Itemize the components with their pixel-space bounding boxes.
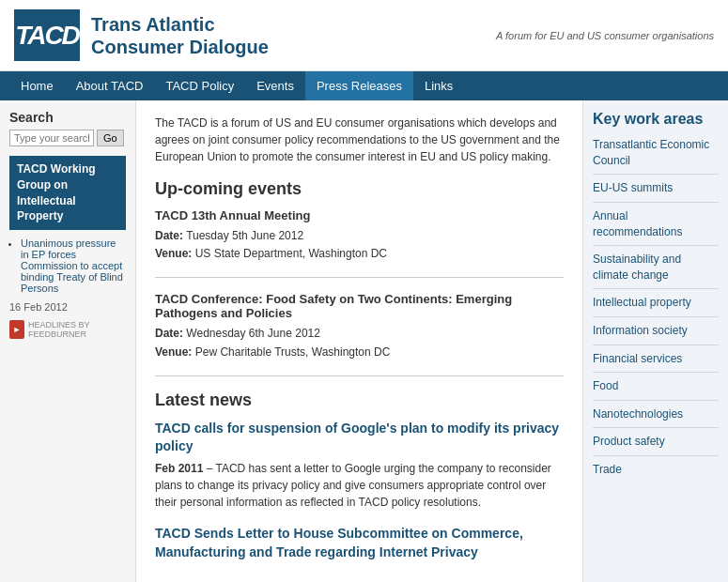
event-1-venue: Venue: US State Department, Washington D… <box>155 245 564 263</box>
logo-area: TACD Trans Atlantic Consumer Dialogue <box>14 9 269 61</box>
news-1-title[interactable]: TACD calls for suspension of Google's pl… <box>155 420 564 456</box>
sidebar-news-content: Unanimous pressure in EP forces Commissi… <box>9 237 126 313</box>
key-work-link-7[interactable]: Food <box>593 379 618 392</box>
nav-link-press-releases[interactable]: Press Releases <box>305 71 413 100</box>
event-2-title: TACD Conference: Food Safety on Two Cont… <box>155 292 564 320</box>
main-nav: Home About TACD TACD Policy Events Press… <box>0 71 728 100</box>
nav-link-home[interactable]: Home <box>9 71 65 100</box>
key-work-item-1[interactable]: EU-US summits <box>593 180 719 203</box>
news-item-1: TACD calls for suspension of Google's pl… <box>155 420 564 511</box>
event-1-date: Date: Tuesday 5th June 2012 <box>155 227 564 245</box>
event-1-title: TACD 13th Annual Meeting <box>155 208 564 222</box>
upcoming-events-section: Up-coming events TACD 13th Annual Meetin… <box>155 179 564 376</box>
right-sidebar: Key work areas Transatlantic Economic Co… <box>582 100 728 582</box>
news-2-link[interactable]: TACD Sends Letter to House Subcommittee … <box>155 526 523 559</box>
key-work-item-2[interactable]: Annual recommendations <box>593 208 719 246</box>
headlines-icon: ► <box>9 320 24 339</box>
key-work-item-4[interactable]: Intellectual property <box>593 295 719 317</box>
search-input[interactable] <box>9 130 94 146</box>
nav-item-events[interactable]: Events <box>245 71 305 100</box>
sidebar-footer: ► HEADLINES BY FEEDBURNER <box>9 320 126 339</box>
latest-news-title: Latest news <box>155 391 564 410</box>
key-work-links: Transatlantic Economic Council EU-US sum… <box>593 137 719 482</box>
page-header: TACD Trans Atlantic Consumer Dialogue A … <box>0 0 728 71</box>
key-work-item-7[interactable]: Food <box>593 378 719 401</box>
key-work-item-8[interactable]: Nanotechnologies <box>593 406 719 429</box>
event-1: TACD 13th Annual Meeting Date: Tuesday 5… <box>155 208 564 278</box>
upcoming-events-title: Up-coming events <box>155 179 564 199</box>
key-work-title: Key work areas <box>593 110 719 128</box>
search-form: Go <box>9 130 126 146</box>
nav-item-policy[interactable]: TACD Policy <box>154 71 245 100</box>
key-work-item-0[interactable]: Transatlantic Economic Council <box>593 137 719 175</box>
tagline: A forum for EU and US consumer organisat… <box>496 30 714 41</box>
logo-icon: TACD <box>14 9 80 61</box>
key-work-link-10[interactable]: Trade <box>593 463 622 476</box>
main-content: The TACD is a forum of US and EU consume… <box>136 100 582 582</box>
news-1-summary: Feb 2011 – TACD has sent a letter to Goo… <box>155 460 564 511</box>
latest-news-section: Latest news TACD calls for suspension of… <box>155 391 564 561</box>
sidebar-news-link[interactable]: Unanimous pressure in EP forces Commissi… <box>21 237 123 294</box>
nav-link-events[interactable]: Events <box>245 71 305 100</box>
left-sidebar: Search Go TACD Working Group on Intellec… <box>0 100 136 582</box>
key-work-item-6[interactable]: Financial services <box>593 351 719 374</box>
org-name-text: Trans Atlantic Consumer Dialogue <box>91 13 269 58</box>
sidebar-news-item[interactable]: Unanimous pressure in EP forces Commissi… <box>21 237 126 294</box>
nav-link-about[interactable]: About TACD <box>65 71 155 100</box>
key-work-item-3[interactable]: Sustainability and climate change <box>593 252 719 289</box>
key-work-item-9[interactable]: Product safety <box>593 434 719 456</box>
event-2-venue: Venue: Pew Charitable Trusts, Washington… <box>155 344 564 361</box>
event-2: TACD Conference: Food Safety on Two Cont… <box>155 292 564 375</box>
working-group-title: TACD Working Group on Intellectual Prope… <box>9 156 126 230</box>
key-work-item-10[interactable]: Trade <box>593 462 719 483</box>
nav-item-about[interactable]: About TACD <box>65 71 155 100</box>
news-1-summary-text: – TACD has sent a letter to Google urgin… <box>155 462 551 509</box>
key-work-link-9[interactable]: Product safety <box>593 435 665 448</box>
key-work-link-1[interactable]: EU-US summits <box>593 181 673 194</box>
key-work-item-5[interactable]: Information society <box>593 323 719 345</box>
key-work-link-2[interactable]: Annual recommendations <box>593 209 682 238</box>
nav-item-press-releases[interactable]: Press Releases <box>305 71 413 100</box>
main-layout: Search Go TACD Working Group on Intellec… <box>0 100 728 582</box>
news-1-date: Feb 2011 <box>155 462 203 475</box>
news-item-2: TACD Sends Letter to House Subcommittee … <box>155 525 564 561</box>
news-2-title[interactable]: TACD Sends Letter to House Subcommittee … <box>155 525 564 561</box>
search-label: Search <box>9 110 126 125</box>
key-work-link-8[interactable]: Nanotechnologies <box>593 407 683 421</box>
intro-text: The TACD is a forum of US and EU consume… <box>155 115 564 165</box>
nav-item-home[interactable]: Home <box>9 71 65 100</box>
key-work-link-5[interactable]: Information society <box>593 324 688 337</box>
nav-item-links[interactable]: Links <box>413 71 464 100</box>
nav-link-links[interactable]: Links <box>413 71 464 100</box>
search-button[interactable]: Go <box>97 130 124 146</box>
key-work-link-4[interactable]: Intellectual property <box>593 296 691 309</box>
headlines-label: HEADLINES BY FEEDBURNER <box>28 320 126 339</box>
news-1-link[interactable]: TACD calls for suspension of Google's pl… <box>155 421 559 454</box>
sidebar-date: 16 Feb 2012 <box>9 301 126 313</box>
key-work-link-0[interactable]: Transatlantic Economic Council <box>593 138 709 167</box>
nav-link-policy[interactable]: TACD Policy <box>154 71 245 100</box>
event-2-date: Date: Wednesday 6th June 2012 <box>155 325 564 343</box>
key-work-link-3[interactable]: Sustainability and climate change <box>593 253 681 282</box>
key-work-link-6[interactable]: Financial services <box>593 352 682 365</box>
org-name: Trans Atlantic Consumer Dialogue <box>91 13 269 58</box>
